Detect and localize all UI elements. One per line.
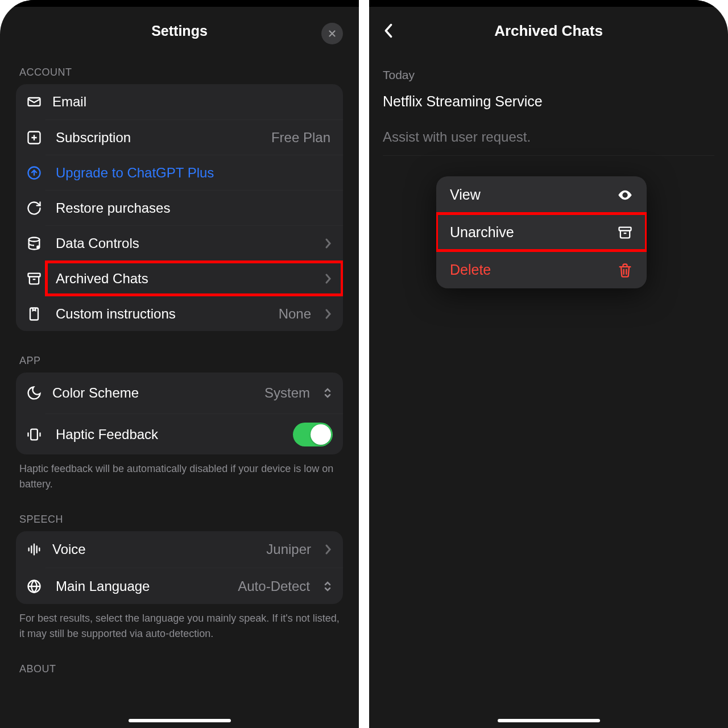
section-label-account: ACCOUNT [16,56,343,84]
plus-box-icon [16,130,46,146]
row-label: Email [52,94,333,110]
row-label: Restore purchases [56,200,333,216]
upgrade-icon [16,165,46,181]
row-label: Upgrade to ChatGPT Plus [56,165,333,181]
account-card: Email Subscription Free Plan Upgrade to … [16,84,343,331]
app-card: Color Scheme System Haptic Feedback [16,373,343,454]
row-label: Archived Chats [56,271,313,287]
status-bar [369,0,728,7]
archived-header: Archived Chats [369,7,728,56]
svg-point-9 [624,193,627,196]
row-haptic[interactable]: Haptic Feedback [46,413,343,454]
email-icon [26,94,42,110]
context-menu: View Unarchive Delete [436,176,647,288]
home-indicator[interactable] [129,719,231,722]
refresh-icon [16,200,46,216]
database-icon [16,235,46,251]
menu-label: View [450,187,481,203]
page-title: Settings [151,23,208,39]
archived-content: Today Netflix Streaming Service Assist w… [369,56,728,156]
svg-point-4 [36,245,40,249]
home-indicator[interactable] [498,719,600,722]
chevron-right-icon [324,544,333,555]
haptic-icon [16,427,46,442]
app-note: Haptic feedback will be automatically di… [16,454,343,492]
section-label-app: APP [16,331,343,373]
chat-title[interactable]: Netflix Streaming Service [383,93,714,129]
row-value: None [279,306,313,322]
menu-item-delete[interactable]: Delete [436,251,647,288]
svg-rect-5 [28,273,40,276]
row-data-controls[interactable]: Data Controls [46,225,343,260]
row-label: Data Controls [56,235,313,251]
close-button[interactable] [321,23,343,44]
speech-card: Voice Juniper Main Language Auto-Detect [16,531,343,604]
instructions-icon [16,306,46,322]
row-label: Haptic Feedback [56,427,283,442]
row-email[interactable]: Email [16,84,343,119]
globe-icon [16,578,46,594]
row-label: Voice [52,541,256,557]
section-label-speech: SPEECH [16,492,343,531]
row-value: System [264,385,312,401]
row-voice[interactable]: Voice Juniper [16,531,343,568]
settings-screen: Settings ACCOUNT Email Subscription Free… [0,0,359,728]
svg-rect-7 [31,429,38,440]
trash-icon [617,262,633,278]
voice-icon [26,541,42,557]
settings-header: Settings [0,7,359,56]
row-value: Juniper [266,541,313,557]
row-label: Color Scheme [52,385,254,401]
svg-rect-10 [619,227,631,230]
status-bar [0,0,359,7]
row-value: Auto-Detect [238,578,312,594]
updown-icon [322,387,333,399]
archive-icon [16,271,46,287]
chevron-right-icon [324,308,333,320]
chat-subtitle[interactable]: Assist with user request. [383,129,714,156]
row-value: Free Plan [271,130,333,146]
menu-item-unarchive[interactable]: Unarchive [436,213,647,251]
menu-label: Unarchive [450,224,514,241]
page-title: Archived Chats [369,22,728,40]
row-label: Custom instructions [56,306,268,322]
moon-icon [26,385,42,401]
svg-point-3 [29,237,40,241]
section-label-about: ABOUT [16,642,343,681]
row-color-scheme[interactable]: Color Scheme System [16,373,343,413]
date-label: Today [383,56,714,93]
row-custom-instructions[interactable]: Custom instructions None [46,296,343,331]
chevron-right-icon [324,273,333,284]
row-main-language[interactable]: Main Language Auto-Detect [46,568,343,604]
menu-label: Delete [450,262,491,278]
row-label: Subscription [56,130,261,146]
speech-note: For best results, select the language yo… [16,604,343,642]
settings-content: ACCOUNT Email Subscription Free Plan U [0,56,359,681]
row-upgrade[interactable]: Upgrade to ChatGPT Plus [46,155,343,190]
archived-screen: Archived Chats Today Netflix Streaming S… [369,0,728,728]
row-archived-chats[interactable]: Archived Chats [46,260,343,296]
menu-item-view[interactable]: View [436,176,647,213]
chevron-right-icon [324,238,333,249]
eye-icon [617,187,633,203]
archive-icon [617,225,633,241]
row-label: Main Language [56,578,228,594]
row-subscription[interactable]: Subscription Free Plan [46,119,343,155]
close-icon [327,28,337,39]
updown-icon [322,580,333,593]
haptic-toggle[interactable] [293,423,333,446]
row-restore[interactable]: Restore purchases [46,190,343,225]
